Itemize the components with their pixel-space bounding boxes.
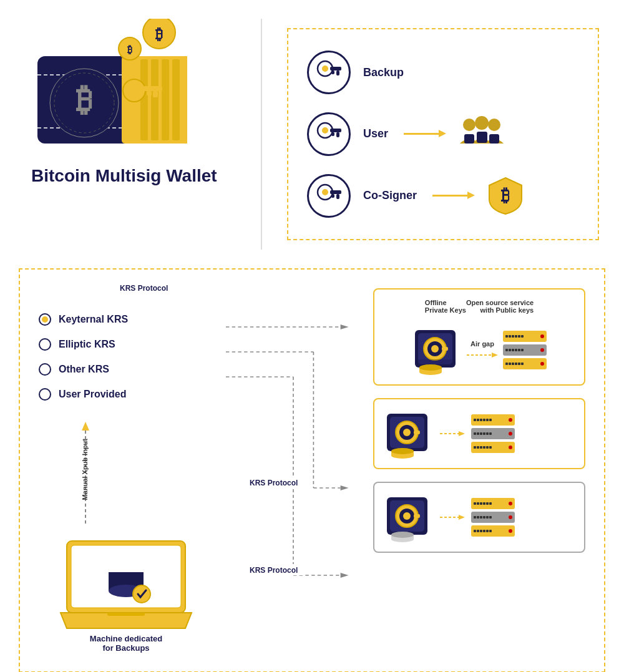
user-group-icon [457, 115, 507, 153]
backup-key-circle [307, 51, 351, 94]
krs-item-other: Other KRS [39, 363, 195, 376]
svg-marker-83 [459, 431, 465, 436]
svg-rect-67 [415, 359, 456, 364]
svg-rect-15 [147, 91, 152, 95]
svg-point-65 [431, 345, 439, 353]
svg-rect-29 [331, 132, 334, 136]
vault2-arrow [440, 429, 465, 439]
radio-elliptic[interactable] [39, 338, 51, 351]
krs-list: Keyternal KRS Elliptic KRS Other KRS Use… [39, 313, 195, 401]
user-key-circle [307, 112, 351, 156]
svg-rect-22 [330, 67, 341, 71]
safe-icon-2 [384, 409, 434, 459]
svg-rect-24 [331, 71, 334, 74]
svg-point-30 [463, 119, 475, 131]
svg-rect-23 [336, 71, 339, 75]
right-panel: Backup User [262, 19, 599, 250]
svg-point-49 [133, 585, 150, 603]
radio-user-provided[interactable] [39, 388, 51, 401]
svg-rect-14 [153, 91, 158, 97]
svg-rect-89 [414, 514, 420, 518]
svg-point-31 [475, 116, 489, 130]
svg-point-21 [322, 66, 328, 72]
server-stack-3 [471, 498, 515, 537]
radio-keyternal[interactable] [39, 313, 51, 326]
svg-point-32 [488, 119, 500, 131]
krs-item-user-provided: User Provided [39, 388, 195, 401]
backup-label: Backup [363, 66, 404, 79]
svg-marker-94 [459, 515, 465, 520]
page-container: ₿ ₿ ₿ Bitcoin Multisig Wallet [0, 0, 624, 672]
svg-rect-28 [336, 132, 339, 137]
vault-box-2 [373, 398, 585, 469]
bottom-section: KRS Protocol Keyternal KRS Elliptic KRS [19, 268, 605, 672]
svg-rect-50 [107, 613, 145, 616]
keys-dashed-box: Backup User [287, 28, 599, 240]
svg-marker-60 [341, 573, 349, 578]
top-section: ₿ ₿ ₿ Bitcoin Multisig Wallet [0, 0, 624, 262]
server-stack-2 [471, 414, 515, 453]
vault3-arrow [440, 512, 465, 522]
vault-box-3 [373, 482, 585, 553]
svg-rect-78 [414, 431, 420, 434]
svg-text:₿: ₿ [127, 44, 132, 55]
svg-rect-7 [162, 59, 169, 140]
svg-point-92 [391, 532, 414, 538]
svg-rect-5 [140, 59, 148, 140]
svg-point-26 [322, 127, 328, 134]
cosigner-key-circle [307, 174, 351, 218]
air-gap-arrow [467, 350, 498, 360]
svg-rect-40 [331, 194, 334, 198]
svg-text:₿: ₿ [155, 26, 163, 42]
backup-key-row: Backup [307, 51, 579, 94]
vault-box-1: OfflinePrivate Keys Open source servicew… [373, 288, 585, 386]
krs-item-elliptic: Elliptic KRS [39, 338, 195, 351]
svg-marker-52 [341, 324, 349, 329]
wallet-title: Bitcoin Multisig Wallet [25, 165, 217, 187]
svg-text:₿: ₿ [76, 82, 92, 118]
user-label: User [363, 127, 388, 140]
server-stack-1 [503, 331, 547, 369]
krs-protocol-top-label: KRS Protocol [114, 282, 174, 293]
bitcoin-shield-icon: ₿ [485, 175, 526, 216]
connector-arrows [226, 288, 361, 638]
svg-point-37 [322, 189, 328, 195]
svg-point-70 [419, 364, 442, 371]
laptop-illustration: Machine dedicatedfor Backups [57, 538, 195, 653]
cosigner-arrow [432, 195, 470, 197]
vault-1-labels: OfflinePrivate Keys Open source servicew… [425, 299, 534, 314]
user-key-row: User [307, 112, 579, 156]
svg-marker-56 [341, 485, 349, 490]
svg-rect-13 [140, 86, 162, 91]
cosigner-label: Co-Signer [363, 189, 417, 202]
safe-icon-3 [384, 492, 434, 542]
krs-protocol-label-2: KRS Protocol [245, 477, 303, 488]
svg-rect-34 [477, 132, 487, 143]
svg-rect-38 [330, 190, 341, 194]
svg-marker-72 [492, 353, 498, 358]
svg-rect-6 [151, 59, 158, 140]
krs-item-keyternal: Keyternal KRS [39, 313, 195, 326]
left-panel: ₿ ₿ ₿ Bitcoin Multisig Wallet [25, 19, 262, 250]
svg-point-77 [403, 429, 411, 436]
manual-xpub-label: Manual Xpub Input [81, 419, 89, 519]
svg-rect-66 [442, 347, 448, 351]
krs-protocol-label-3: KRS Protocol [245, 564, 303, 575]
svg-rect-33 [464, 134, 474, 144]
svg-rect-8 [172, 59, 180, 140]
svg-point-88 [403, 512, 411, 520]
svg-rect-27 [330, 129, 341, 132]
wallet-illustration: ₿ ₿ ₿ [25, 19, 212, 156]
svg-rect-35 [489, 134, 499, 144]
radio-other[interactable] [39, 363, 51, 376]
safe-icon-1 [412, 325, 462, 375]
user-arrow [404, 133, 441, 135]
svg-point-81 [391, 448, 414, 454]
vaults-column: OfflinePrivate Keys Open source servicew… [373, 288, 585, 553]
cosigner-key-row: Co-Signer ₿ [307, 174, 579, 218]
svg-text:₿: ₿ [501, 186, 510, 205]
svg-rect-39 [336, 194, 339, 199]
